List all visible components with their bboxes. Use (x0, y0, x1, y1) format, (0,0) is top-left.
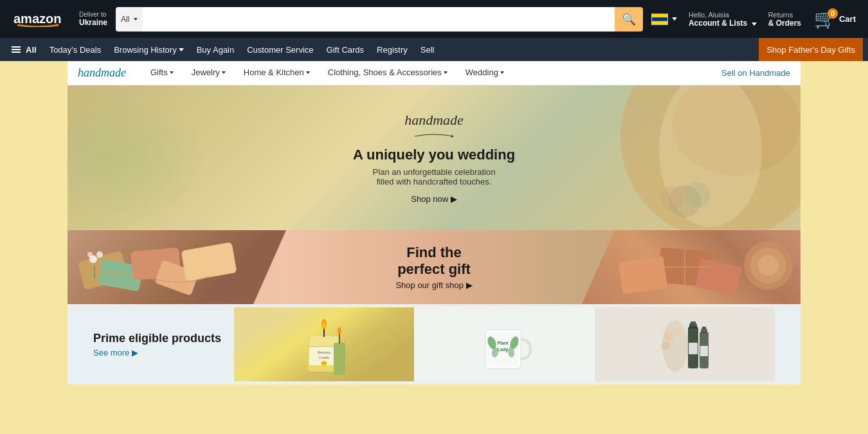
nav-item-sell[interactable]: Sell (414, 38, 441, 61)
search-category-label: All (121, 15, 129, 24)
prime-section: Prime eligible products See more ▶ (68, 304, 800, 384)
mug-product-svg: Plant Lady (476, 307, 534, 381)
prime-product-3[interactable]: Plant Lady (414, 307, 594, 381)
jewelry-chevron (222, 71, 226, 74)
account-chevron (752, 23, 757, 26)
prime-text-area: Prime eligible products See more ▶ (93, 332, 221, 357)
svg-rect-38 (334, 343, 345, 375)
deliver-label: Deliver to (79, 11, 107, 18)
flag-icon (651, 14, 668, 25)
search-button[interactable]: 🔍 (615, 7, 643, 32)
amazon-logo[interactable]: amazon (8, 8, 68, 30)
nav-all-button[interactable]: All (5, 38, 43, 61)
candle-product-svg: Beeswax Candle (295, 307, 353, 381)
nav-item-todays-deals[interactable]: Today's Deals (43, 38, 108, 61)
browsing-history-chevron (179, 48, 184, 51)
prime-product-4[interactable] (595, 307, 775, 381)
nav-item-registry[interactable]: Registry (370, 38, 414, 61)
handmade-logo[interactable]: handmade (78, 66, 126, 80)
returns-label: Returns (768, 11, 801, 19)
svg-rect-56 (689, 343, 698, 354)
nav-item-customer-service[interactable]: Customer Service (240, 38, 320, 61)
nav-item-gift-cards[interactable]: Gift Cards (320, 38, 371, 61)
hero-text-block: handmade A uniquely you wedding Plan an … (353, 112, 515, 204)
gift-heading: Find theperfect gift (68, 244, 800, 278)
home-kitchen-chevron (306, 71, 310, 74)
nav-item-browsing-history[interactable]: Browsing History (107, 38, 190, 61)
account-menu[interactable]: Hello, Aluisia Account & Lists (685, 8, 760, 31)
account-label: Account & Lists (689, 19, 747, 28)
svg-rect-3 (652, 17, 667, 21)
gift-text-block: Find theperfect gift Shop our gift shop … (68, 244, 800, 291)
handmade-nav-wedding[interactable]: Wedding (457, 61, 513, 86)
gift-banner: Find theperfect gift Shop our gift shop … (68, 230, 800, 304)
hero-bride-area (530, 86, 800, 230)
search-icon: 🔍 (622, 12, 636, 26)
account-hello: Hello, Aluisia (689, 11, 757, 19)
handmade-nav-jewelry[interactable]: Jewelry (183, 61, 235, 86)
svg-point-59 (674, 328, 682, 336)
svg-rect-2 (652, 14, 667, 17)
svg-point-40 (338, 327, 341, 335)
location-value: Ukraine (79, 18, 107, 27)
svg-text:Beeswax: Beeswax (318, 350, 331, 354)
cart-button[interactable]: 🛒 0 Cart (809, 5, 860, 33)
nav-all-label: All (26, 45, 37, 55)
deliver-to[interactable]: Deliver to Ukraine (76, 8, 111, 30)
amazon-logo-svg: amazon (12, 12, 64, 27)
prime-product-1[interactable]: Beeswax Candle (234, 307, 414, 381)
svg-text:Lady: Lady (497, 347, 507, 352)
svg-text:amazon: amazon (14, 12, 61, 26)
nav-promo-fathers-day[interactable]: Shop Father's Day Gifts (759, 38, 863, 61)
svg-point-32 (323, 323, 325, 328)
prime-see-more-link[interactable]: See more ▶ (93, 348, 221, 357)
svg-rect-55 (702, 327, 706, 330)
svg-text:Candle: Candle (319, 356, 329, 359)
handmade-nav-gifts[interactable]: Gifts (141, 61, 183, 86)
search-category-select[interactable]: All (116, 7, 143, 32)
handmade-nav-home-kitchen[interactable]: Home & Kitchen (235, 61, 319, 86)
search-bar: All 🔍 (116, 7, 643, 32)
svg-rect-52 (691, 321, 696, 325)
hero-banner: handmade A uniquely you wedding Plan an … (68, 86, 800, 230)
svg-point-9 (685, 182, 710, 208)
prime-heading: Prime eligible products (93, 332, 221, 345)
country-flag[interactable] (648, 10, 680, 28)
gifts-chevron (170, 71, 174, 74)
hero-heading: A uniquely you wedding (353, 147, 515, 163)
nav-bar: All Today's Deals Browsing History Buy A… (0, 38, 868, 61)
svg-point-58 (664, 331, 674, 341)
header: amazon Deliver to Ukraine All 🔍 (0, 0, 868, 38)
handmade-nav: handmade Gifts Jewelry Home & Kitchen Cl… (68, 61, 800, 86)
cart-icon: 🛒 0 (814, 8, 836, 30)
returns-orders[interactable]: Returns & Orders (765, 8, 804, 31)
clothing-chevron (444, 71, 448, 74)
flag-chevron (672, 17, 677, 21)
sell-on-handmade-link[interactable]: Sell on Handmade (721, 68, 790, 78)
search-category-chevron (134, 18, 138, 21)
wedding-chevron (500, 71, 504, 74)
handmade-nav-clothing[interactable]: Clothing, Shoes & Accessories (319, 61, 457, 86)
cart-count: 0 (827, 8, 838, 19)
search-input[interactable] (143, 7, 615, 32)
hamburger-icon (12, 46, 21, 53)
svg-point-60 (661, 341, 670, 350)
prime-product-images: Beeswax Candle (234, 307, 775, 381)
svg-point-10 (660, 186, 683, 210)
bottles-product-svg (656, 307, 714, 381)
hero-cta-link[interactable]: Shop now ▶ (353, 194, 515, 204)
content-wrapper: handmade Gifts Jewelry Home & Kitchen Cl… (68, 61, 800, 384)
hero-brand-name: handmade (353, 112, 515, 129)
orders-label: & Orders (768, 19, 801, 28)
svg-text:Plant: Plant (497, 341, 509, 345)
cart-label: Cart (839, 14, 856, 24)
hero-leaves-decoration (68, 86, 209, 230)
bride-silhouette-svg (530, 86, 800, 230)
svg-rect-4 (652, 21, 667, 24)
gift-shop-link[interactable]: Shop our gift shop ▶ (68, 280, 800, 290)
svg-rect-57 (700, 346, 708, 356)
hero-brand-underline (411, 131, 457, 139)
hero-subtext: Plan an unforgettable celebrationfilled … (353, 167, 515, 186)
page-wrapper: amazon Deliver to Ukraine All 🔍 (0, 0, 868, 434)
nav-item-buy-again[interactable]: Buy Again (190, 38, 241, 61)
